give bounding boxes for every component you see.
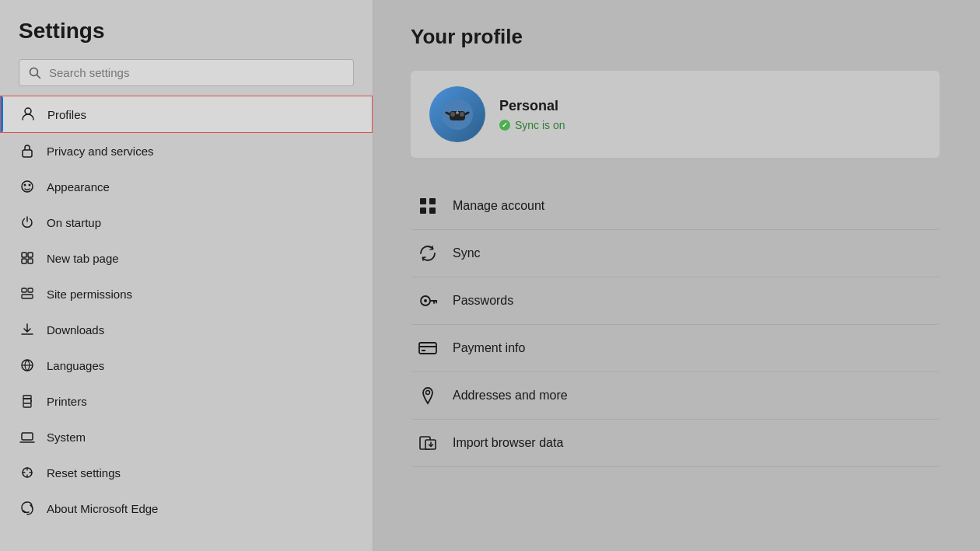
sidebar-item-system[interactable]: System	[0, 419, 373, 455]
menu-item-sync[interactable]: Sync	[411, 230, 940, 277]
avatar	[429, 86, 485, 142]
menu-item-label-payment: Payment info	[453, 341, 525, 355]
main-content: Your profile Personal Sync is on	[373, 0, 980, 551]
profile-name: Personal	[499, 98, 565, 114]
sync-label: Sync is on	[515, 119, 565, 131]
sidebar-item-label-appearance: Appearance	[47, 180, 110, 194]
sidebar-item-languages[interactable]: Languages	[0, 347, 373, 383]
sidebar-item-newtab[interactable]: New tab page	[0, 240, 373, 276]
import-icon	[417, 432, 439, 454]
menu-item-label-manage-account: Manage account	[453, 199, 544, 213]
download-icon	[19, 321, 36, 338]
person-icon	[19, 106, 37, 123]
svg-point-4	[22, 181, 33, 192]
svg-rect-12	[28, 288, 33, 292]
sidebar-item-about[interactable]: About Microsoft Edge	[0, 490, 373, 526]
payment-icon	[417, 337, 439, 359]
palette-icon	[19, 178, 36, 195]
svg-rect-27	[457, 111, 458, 114]
sidebar-item-label-privacy: Privacy and services	[47, 145, 154, 158]
menu-item-label-addresses: Addresses and more	[453, 389, 568, 403]
sidebar-item-downloads[interactable]: Downloads	[0, 312, 373, 347]
menu-item-label-import: Import browser data	[453, 436, 563, 450]
sidebar-item-startup[interactable]: On startup	[0, 204, 373, 240]
menu-item-payment[interactable]: Payment info	[411, 325, 940, 372]
sidebar-item-label-startup: On startup	[47, 216, 101, 229]
svg-rect-39	[422, 350, 425, 351]
svg-rect-31	[429, 207, 436, 214]
svg-point-40	[426, 391, 430, 395]
nav-list: Profiles Privacy and services	[0, 96, 373, 551]
globe-icon	[19, 357, 36, 374]
profile-menu-list: Manage account Sync	[411, 183, 940, 467]
sidebar-item-label-profiles: Profiles	[47, 108, 86, 121]
menu-item-label-sync: Sync	[453, 246, 481, 260]
svg-rect-30	[420, 207, 426, 214]
svg-rect-7	[22, 253, 26, 257]
svg-point-36	[424, 299, 427, 302]
svg-point-23	[460, 112, 464, 117]
svg-rect-28	[420, 198, 426, 204]
sidebar-item-privacy[interactable]: Privacy and services	[0, 133, 373, 169]
sidebar-item-label-downloads: Downloads	[47, 323, 104, 337]
sidebar: Settings Profiles	[0, 0, 373, 551]
svg-point-22	[450, 112, 455, 117]
svg-rect-11	[22, 288, 26, 292]
svg-rect-18	[22, 433, 33, 440]
sidebar-item-label-reset: Reset settings	[47, 466, 121, 480]
menu-item-label-passwords: Passwords	[453, 294, 513, 308]
svg-rect-9	[22, 259, 26, 263]
sidebar-item-label-languages: Languages	[47, 359, 104, 372]
svg-point-2	[25, 108, 31, 114]
menu-item-import[interactable]: Import browser data	[411, 420, 940, 467]
profile-info: Personal Sync is on	[499, 98, 565, 131]
grid-icon	[19, 249, 36, 267]
svg-rect-13	[22, 295, 33, 298]
svg-rect-15	[23, 403, 31, 407]
sync-indicator	[499, 120, 510, 131]
printer-icon	[19, 392, 36, 410]
gamepad-avatar-icon	[439, 96, 476, 133]
power-icon	[19, 214, 36, 231]
sync-icon	[417, 242, 439, 264]
svg-rect-16	[23, 396, 31, 399]
menu-item-manage-account[interactable]: Manage account	[411, 183, 940, 230]
svg-point-5	[24, 184, 26, 187]
shield-icon	[19, 285, 36, 302]
passwords-icon	[417, 290, 439, 312]
reset-icon	[19, 464, 36, 481]
location-icon	[417, 385, 439, 406]
sidebar-item-label-about: About Microsoft Edge	[47, 502, 158, 515]
svg-rect-37	[419, 343, 436, 354]
sidebar-item-permissions[interactable]: Site permissions	[0, 276, 373, 312]
svg-rect-8	[28, 253, 33, 257]
menu-item-addresses[interactable]: Addresses and more	[411, 372, 940, 420]
page-title: Your profile	[411, 25, 943, 49]
search-box[interactable]	[19, 59, 354, 86]
sidebar-item-label-printers: Printers	[47, 395, 87, 408]
sidebar-item-label-newtab: New tab page	[47, 252, 119, 265]
sidebar-item-label-system: System	[47, 431, 86, 444]
sidebar-item-profiles[interactable]: Profiles	[0, 96, 373, 133]
menu-item-passwords[interactable]: Passwords	[411, 277, 940, 325]
svg-rect-10	[28, 259, 33, 263]
search-icon	[29, 67, 41, 79]
svg-line-1	[37, 75, 40, 78]
manage-account-icon	[417, 195, 439, 217]
sidebar-item-appearance[interactable]: Appearance	[0, 169, 373, 204]
svg-line-25	[465, 113, 468, 114]
svg-line-24	[446, 113, 450, 114]
profile-card[interactable]: Personal Sync is on	[411, 71, 940, 158]
sidebar-item-printers[interactable]: Printers	[0, 383, 373, 419]
laptop-icon	[19, 428, 36, 445]
svg-rect-3	[23, 150, 32, 157]
svg-rect-29	[429, 198, 436, 204]
lock-icon	[19, 142, 36, 159]
svg-point-6	[29, 184, 31, 187]
profile-sync-status: Sync is on	[499, 119, 565, 131]
edge-icon	[19, 500, 36, 517]
sidebar-item-reset[interactable]: Reset settings	[0, 455, 373, 490]
settings-title: Settings	[0, 19, 373, 59]
sidebar-item-label-permissions: Site permissions	[47, 288, 132, 301]
search-input[interactable]	[49, 66, 344, 79]
